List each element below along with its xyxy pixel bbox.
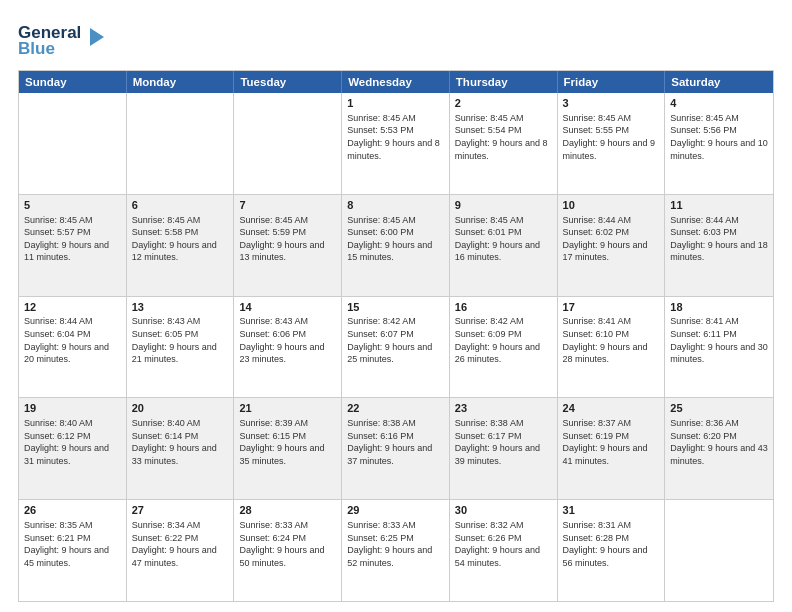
day-number: 28 <box>239 503 336 518</box>
calendar-row-3: 19Sunrise: 8:40 AM Sunset: 6:12 PM Dayli… <box>19 397 773 499</box>
day-info: Sunrise: 8:40 AM Sunset: 6:12 PM Dayligh… <box>24 417 121 467</box>
day-info: Sunrise: 8:45 AM Sunset: 5:53 PM Dayligh… <box>347 112 444 162</box>
day-of-week-monday: Monday <box>127 71 235 93</box>
day-info: Sunrise: 8:32 AM Sunset: 6:26 PM Dayligh… <box>455 519 552 569</box>
day-info: Sunrise: 8:41 AM Sunset: 6:11 PM Dayligh… <box>670 315 768 365</box>
calendar-day-18: 18Sunrise: 8:41 AM Sunset: 6:11 PM Dayli… <box>665 297 773 398</box>
day-number: 1 <box>347 96 444 111</box>
day-info: Sunrise: 8:33 AM Sunset: 6:24 PM Dayligh… <box>239 519 336 569</box>
day-info: Sunrise: 8:45 AM Sunset: 5:54 PM Dayligh… <box>455 112 552 162</box>
day-of-week-sunday: Sunday <box>19 71 127 93</box>
calendar-day-8: 8Sunrise: 8:45 AM Sunset: 6:00 PM Daylig… <box>342 195 450 296</box>
calendar-day-10: 10Sunrise: 8:44 AM Sunset: 6:02 PM Dayli… <box>558 195 666 296</box>
day-info: Sunrise: 8:40 AM Sunset: 6:14 PM Dayligh… <box>132 417 229 467</box>
calendar-row-1: 5Sunrise: 8:45 AM Sunset: 5:57 PM Daylig… <box>19 194 773 296</box>
day-of-week-wednesday: Wednesday <box>342 71 450 93</box>
day-info: Sunrise: 8:41 AM Sunset: 6:10 PM Dayligh… <box>563 315 660 365</box>
day-info: Sunrise: 8:33 AM Sunset: 6:25 PM Dayligh… <box>347 519 444 569</box>
day-number: 16 <box>455 300 552 315</box>
calendar-day-24: 24Sunrise: 8:37 AM Sunset: 6:19 PM Dayli… <box>558 398 666 499</box>
day-number: 5 <box>24 198 121 213</box>
day-of-week-tuesday: Tuesday <box>234 71 342 93</box>
calendar-row-0: 1Sunrise: 8:45 AM Sunset: 5:53 PM Daylig… <box>19 93 773 194</box>
day-of-week-thursday: Thursday <box>450 71 558 93</box>
day-number: 2 <box>455 96 552 111</box>
calendar-day-4: 4Sunrise: 8:45 AM Sunset: 5:56 PM Daylig… <box>665 93 773 194</box>
empty-cell <box>665 500 773 601</box>
calendar-day-16: 16Sunrise: 8:42 AM Sunset: 6:09 PM Dayli… <box>450 297 558 398</box>
day-info: Sunrise: 8:45 AM Sunset: 5:57 PM Dayligh… <box>24 214 121 264</box>
day-number: 8 <box>347 198 444 213</box>
day-number: 23 <box>455 401 552 416</box>
day-number: 3 <box>563 96 660 111</box>
day-info: Sunrise: 8:42 AM Sunset: 6:07 PM Dayligh… <box>347 315 444 365</box>
day-info: Sunrise: 8:31 AM Sunset: 6:28 PM Dayligh… <box>563 519 660 569</box>
calendar-day-3: 3Sunrise: 8:45 AM Sunset: 5:55 PM Daylig… <box>558 93 666 194</box>
calendar-day-22: 22Sunrise: 8:38 AM Sunset: 6:16 PM Dayli… <box>342 398 450 499</box>
day-info: Sunrise: 8:44 AM Sunset: 6:03 PM Dayligh… <box>670 214 768 264</box>
day-info: Sunrise: 8:43 AM Sunset: 6:06 PM Dayligh… <box>239 315 336 365</box>
calendar-day-9: 9Sunrise: 8:45 AM Sunset: 6:01 PM Daylig… <box>450 195 558 296</box>
day-number: 14 <box>239 300 336 315</box>
day-number: 31 <box>563 503 660 518</box>
calendar-day-26: 26Sunrise: 8:35 AM Sunset: 6:21 PM Dayli… <box>19 500 127 601</box>
calendar-body: 1Sunrise: 8:45 AM Sunset: 5:53 PM Daylig… <box>19 93 773 601</box>
day-info: Sunrise: 8:45 AM Sunset: 5:58 PM Dayligh… <box>132 214 229 264</box>
day-info: Sunrise: 8:45 AM Sunset: 6:00 PM Dayligh… <box>347 214 444 264</box>
logo-icon: General Blue <box>18 18 108 62</box>
day-number: 7 <box>239 198 336 213</box>
day-info: Sunrise: 8:43 AM Sunset: 6:05 PM Dayligh… <box>132 315 229 365</box>
day-number: 18 <box>670 300 768 315</box>
calendar-day-23: 23Sunrise: 8:38 AM Sunset: 6:17 PM Dayli… <box>450 398 558 499</box>
day-number: 30 <box>455 503 552 518</box>
calendar-day-11: 11Sunrise: 8:44 AM Sunset: 6:03 PM Dayli… <box>665 195 773 296</box>
day-number: 11 <box>670 198 768 213</box>
calendar-day-27: 27Sunrise: 8:34 AM Sunset: 6:22 PM Dayli… <box>127 500 235 601</box>
calendar-day-30: 30Sunrise: 8:32 AM Sunset: 6:26 PM Dayli… <box>450 500 558 601</box>
day-number: 29 <box>347 503 444 518</box>
empty-cell <box>127 93 235 194</box>
calendar-day-25: 25Sunrise: 8:36 AM Sunset: 6:20 PM Dayli… <box>665 398 773 499</box>
day-info: Sunrise: 8:45 AM Sunset: 5:56 PM Dayligh… <box>670 112 768 162</box>
logo: General Blue <box>18 18 108 62</box>
day-number: 6 <box>132 198 229 213</box>
calendar-row-4: 26Sunrise: 8:35 AM Sunset: 6:21 PM Dayli… <box>19 499 773 601</box>
page: General Blue SundayMondayTuesdayWednesda… <box>0 0 792 612</box>
calendar-day-21: 21Sunrise: 8:39 AM Sunset: 6:15 PM Dayli… <box>234 398 342 499</box>
day-info: Sunrise: 8:34 AM Sunset: 6:22 PM Dayligh… <box>132 519 229 569</box>
day-info: Sunrise: 8:45 AM Sunset: 6:01 PM Dayligh… <box>455 214 552 264</box>
day-info: Sunrise: 8:45 AM Sunset: 5:55 PM Dayligh… <box>563 112 660 162</box>
header: General Blue <box>18 18 774 62</box>
day-number: 27 <box>132 503 229 518</box>
svg-text:Blue: Blue <box>18 39 55 58</box>
day-number: 15 <box>347 300 444 315</box>
calendar-day-15: 15Sunrise: 8:42 AM Sunset: 6:07 PM Dayli… <box>342 297 450 398</box>
day-info: Sunrise: 8:36 AM Sunset: 6:20 PM Dayligh… <box>670 417 768 467</box>
calendar-day-19: 19Sunrise: 8:40 AM Sunset: 6:12 PM Dayli… <box>19 398 127 499</box>
day-info: Sunrise: 8:35 AM Sunset: 6:21 PM Dayligh… <box>24 519 121 569</box>
day-number: 21 <box>239 401 336 416</box>
day-info: Sunrise: 8:45 AM Sunset: 5:59 PM Dayligh… <box>239 214 336 264</box>
calendar-day-2: 2Sunrise: 8:45 AM Sunset: 5:54 PM Daylig… <box>450 93 558 194</box>
empty-cell <box>234 93 342 194</box>
calendar-row-2: 12Sunrise: 8:44 AM Sunset: 6:04 PM Dayli… <box>19 296 773 398</box>
day-number: 25 <box>670 401 768 416</box>
calendar-day-29: 29Sunrise: 8:33 AM Sunset: 6:25 PM Dayli… <box>342 500 450 601</box>
calendar-day-14: 14Sunrise: 8:43 AM Sunset: 6:06 PM Dayli… <box>234 297 342 398</box>
calendar-day-28: 28Sunrise: 8:33 AM Sunset: 6:24 PM Dayli… <box>234 500 342 601</box>
calendar-header: SundayMondayTuesdayWednesdayThursdayFrid… <box>19 71 773 93</box>
day-number: 24 <box>563 401 660 416</box>
day-info: Sunrise: 8:44 AM Sunset: 6:02 PM Dayligh… <box>563 214 660 264</box>
day-number: 19 <box>24 401 121 416</box>
svg-marker-2 <box>90 28 104 46</box>
calendar: SundayMondayTuesdayWednesdayThursdayFrid… <box>18 70 774 602</box>
calendar-day-12: 12Sunrise: 8:44 AM Sunset: 6:04 PM Dayli… <box>19 297 127 398</box>
calendar-day-13: 13Sunrise: 8:43 AM Sunset: 6:05 PM Dayli… <box>127 297 235 398</box>
calendar-day-1: 1Sunrise: 8:45 AM Sunset: 5:53 PM Daylig… <box>342 93 450 194</box>
calendar-day-5: 5Sunrise: 8:45 AM Sunset: 5:57 PM Daylig… <box>19 195 127 296</box>
day-number: 17 <box>563 300 660 315</box>
calendar-day-20: 20Sunrise: 8:40 AM Sunset: 6:14 PM Dayli… <box>127 398 235 499</box>
empty-cell <box>19 93 127 194</box>
day-number: 12 <box>24 300 121 315</box>
day-of-week-friday: Friday <box>558 71 666 93</box>
